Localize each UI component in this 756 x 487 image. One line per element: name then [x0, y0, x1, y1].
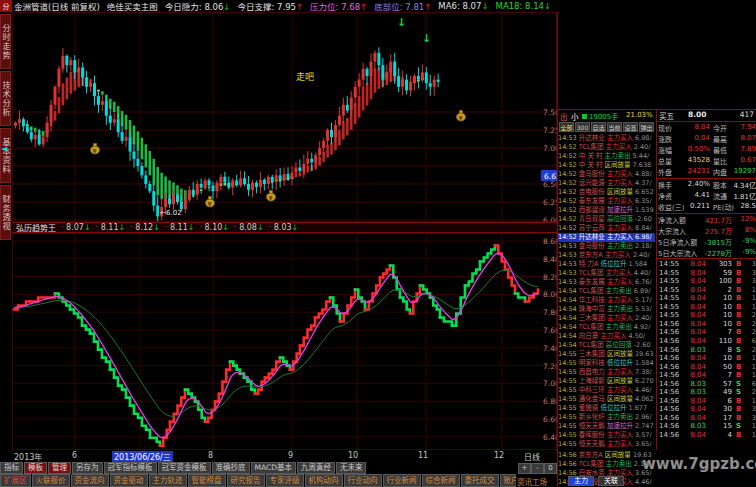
period-zoom-box: 日线+-0资讯工场 — [516, 450, 557, 487]
function-tab-6[interactable]: 智能榜盘 — [188, 474, 226, 487]
alert-row[interactable]: 14:55 西昌电力 主力买入 7.38/ — [558, 368, 655, 377]
alert-row[interactable]: 14:52 中 关 村 区间放量 7.638 — [558, 161, 655, 170]
function-tab-9[interactable]: 机构动向 — [305, 474, 343, 487]
tick-price: 8.04 — [684, 269, 706, 277]
alert-row[interactable]: 14:55 通化金马 区间放量 4.062 — [558, 395, 655, 404]
alert-row[interactable]: 14:52 远兴能源 主力买入 4.37/ — [558, 179, 655, 188]
function-tab-11[interactable]: 行业新闻 — [383, 474, 421, 487]
left-tab-4[interactable]: 财务透视 — [0, 185, 11, 240]
indicator-tab-4[interactable]: 另存为 — [72, 462, 103, 474]
alert-row[interactable]: 14:55 中科三环 主力买入 4.46/ — [558, 386, 655, 395]
alert-row[interactable]: 14:52 西部建设 加速拉升 1.539 — [558, 206, 655, 215]
indicator-tab-9[interactable]: 九周真经 — [297, 462, 335, 474]
candle-body — [259, 180, 262, 187]
tick-count: 2 — [746, 346, 756, 354]
indicator-tab-6[interactable]: 冠军资金模板 — [158, 462, 211, 474]
function-tab-8[interactable]: 专家评级 — [266, 474, 304, 487]
function-tab-10[interactable]: 行业动向 — [344, 474, 382, 487]
indicator-header[interactable]: 弘历趋势王· 8.07↓· 8.11↓· 8.12↓· 8.11↓· 8.10↓… — [12, 222, 557, 233]
alert-row[interactable]: 14:54 三木集团 主力买入 2.40/ — [558, 314, 655, 323]
workshop-label[interactable]: 资讯工场 — [517, 476, 547, 487]
alert-row[interactable]: 14:54 TCL集团 主力卖出 6.89/ — [558, 287, 655, 296]
tick-volume: 30 — [708, 405, 732, 413]
tick-count: 3 — [746, 260, 756, 268]
filter-tab-弹出[interactable]: 弹出 — [639, 122, 654, 132]
alert-row[interactable]: 14:54 珠海中富 主力卖出 5.53/ — [558, 305, 655, 314]
function-tab-7[interactable]: 研究报告 — [227, 474, 265, 487]
filter-tab-自选[interactable]: 自选 — [591, 122, 606, 132]
trend-ladder-segment — [150, 438, 160, 446]
alert-row[interactable]: 14:52 苏宁云商 主力买入 8.84/ — [558, 224, 655, 233]
zoom-button--[interactable]: - — [531, 463, 544, 474]
alert-row[interactable]: 14:52 中 关 村 主力卖出 5.44/ — [558, 152, 655, 161]
tick-price: 8.03 — [684, 346, 706, 354]
trend-ladder-segment — [14, 302, 30, 310]
left-tab-3[interactable]: 基本资料 — [0, 128, 11, 183]
date-axis-label: 8 — [208, 451, 213, 460]
indicator-tab-2[interactable]: 模板 — [24, 462, 47, 474]
size-button-2[interactable]: 小 — [571, 111, 579, 122]
alert-row[interactable]: 14:52 吉电股份 区间放量 6.652 — [558, 188, 655, 197]
filter-tab-300[interactable]: 300 — [575, 122, 590, 132]
alert-field: 2.40/ — [633, 251, 650, 259]
alert-row[interactable]: 14:54 TCL集团 主力卖出 4.92/ — [558, 323, 655, 332]
function-tab-3[interactable]: 资金流向 — [71, 474, 109, 487]
alert-row[interactable]: 14:56 京东方A 区间放量 19.63 — [558, 451, 655, 460]
alert-row[interactable]: 14:52 升达林业 主力买入 6.98/ — [558, 233, 655, 242]
alert-field: 主力卖出 — [607, 242, 635, 250]
alert-field: TCL集团 — [579, 269, 606, 277]
collapse-arrow-icon[interactable]: ◄ — [1, 144, 7, 153]
alert-row[interactable]: 14:53 升达林业 主力买入 6.98/ — [558, 134, 655, 143]
alert-row[interactable]: 14:52 TCL集团 主力买入 2.40/ — [558, 143, 655, 152]
function-tab-4[interactable]: 资金驱动 — [110, 474, 148, 487]
size-button-1[interactable]: 出 — [560, 111, 568, 122]
candle-body — [81, 67, 84, 77]
alert-row[interactable]: 14:56 TCL集团 主力卖出 2.14/ — [558, 460, 655, 469]
alert-row[interactable]: 14:53 金马股份 主力卖出 2.18/ — [558, 242, 655, 251]
selected-date-label[interactable]: 2013/06/26/三 — [112, 451, 173, 462]
filter-tab-全部[interactable]: 全部 — [559, 122, 574, 132]
alert-row[interactable]: 14:55 爱施德 低位拉升 1.677 — [558, 404, 655, 413]
window-corner-button[interactable]: 分 — [0, 0, 12, 12]
alert-field: 3.65/ — [635, 440, 652, 448]
alert-row[interactable]: 14:55 春晖股份 主力买入 3.57/ — [558, 431, 655, 440]
indicator-tab-7[interactable]: 准确抄底 — [212, 462, 250, 474]
function-tab-1[interactable]: 扩展区 — [0, 474, 31, 487]
period-label[interactable]: 日线 — [524, 451, 540, 462]
zoom-button-0[interactable]: 0 — [544, 463, 557, 474]
alert-row[interactable]: 14:55 恒天天鹅 加速拉升 2.747 — [558, 422, 655, 431]
function-tab-12[interactable]: 综合新闻 — [422, 474, 460, 487]
function-tab-2[interactable]: 火联报价 — [32, 474, 70, 487]
alert-row[interactable]: 14:53 泰东发展 主力买入 6.76/ — [558, 278, 655, 287]
alert-row[interactable]: 14:53 TCL集团 主力买入 4.40/ — [558, 269, 655, 278]
alert-row[interactable]: 14:53 京东方A 主力买入 2.40/ — [558, 251, 655, 260]
filter-tab-设置[interactable]: 设置 — [623, 122, 638, 132]
indicator-tab-8[interactable]: MACD基本 — [251, 462, 296, 474]
footer-tab-关联[interactable]: 关联 — [598, 476, 624, 486]
alert-row[interactable]: 14:55 三木集团 区间放量 19.63 — [558, 350, 655, 359]
function-tab-13[interactable]: 委托成交 — [461, 474, 499, 487]
zoom-button-+[interactable]: + — [518, 463, 531, 474]
alert-row[interactable]: 14:52 青岛双星 高位回落 -2.60 — [558, 215, 655, 224]
indicator-tab-3[interactable]: 管理 — [48, 462, 71, 474]
indicator-tab-5[interactable]: 冠军指标模板 — [104, 462, 157, 474]
alert-row[interactable]: 14:55 上海绿新 区间放量 6.270 — [558, 377, 655, 386]
alert-row[interactable]: 14:53 特 力A 低位拉升 1.584 — [558, 260, 655, 269]
alert-field: 1.584 — [635, 359, 654, 367]
left-tab-1[interactable]: 分时走势 — [0, 14, 11, 69]
alert-row[interactable]: 14:55 明家科技 低位拉升 1.584 — [558, 359, 655, 368]
function-tab-5[interactable]: 主力轨迹 — [149, 474, 187, 487]
candle-body — [362, 69, 365, 80]
alert-row[interactable]: 14:55 恒天天鹅 主力买入 3.65/ — [558, 440, 655, 449]
alert-row[interactable]: 14:52 泰东发展 主力买入 6.35/ — [558, 197, 655, 206]
left-tab-2[interactable]: 技术分析 — [0, 71, 11, 126]
filter-tab-当前[interactable]: 当前 — [607, 122, 622, 132]
indicator-tab-10[interactable]: 无未来 — [336, 462, 367, 474]
alert-row[interactable]: 14:54 华工科技 主力买入 5.17/ — [558, 296, 655, 305]
alert-row[interactable]: 14:52 金马股份 主力买入 4.88/ — [558, 170, 655, 179]
indicator-tab-1[interactable]: 指标 — [0, 462, 23, 474]
alert-row[interactable]: 14:54 向日葵 主力买入 4.50/ — [558, 332, 655, 341]
footer-tab-主力[interactable]: 主力 — [568, 476, 594, 486]
alert-row[interactable]: 14:55 新乡化纤 主力卖出 2.96/ — [558, 413, 655, 422]
alert-row[interactable]: 14:54 TCL集团 高位回落 -2.60 — [558, 341, 655, 350]
